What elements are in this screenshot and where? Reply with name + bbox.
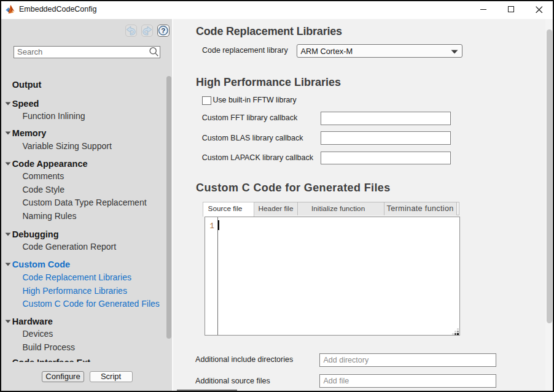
svg-text:?: ? (161, 27, 165, 34)
